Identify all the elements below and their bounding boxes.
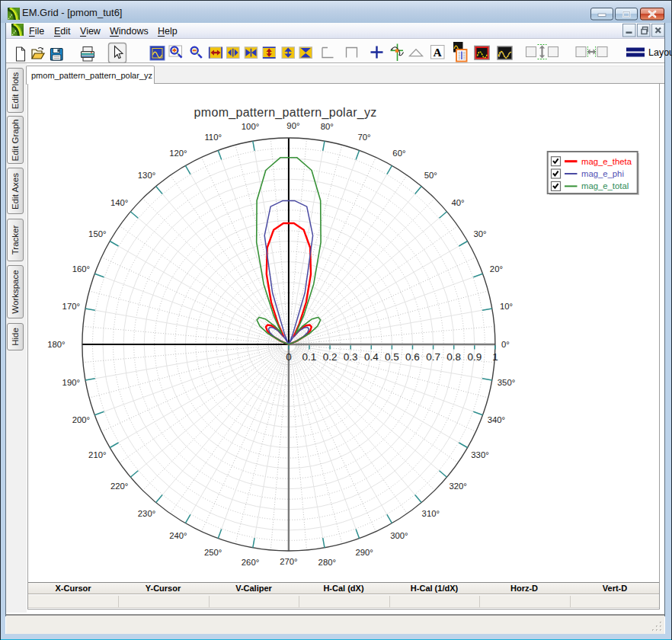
svg-text:90°: 90° [286,121,299,130]
svg-text:mag_e_theta: mag_e_theta [581,157,632,166]
svg-text:230°: 230° [138,509,155,518]
svg-text:30°: 30° [473,229,486,238]
svg-text:A: A [434,46,443,59]
svg-text:0.6: 0.6 [405,351,420,363]
svg-text:110°: 110° [204,133,222,142]
svg-text:pmom_pattern_pattern_polar_yz: pmom_pattern_pattern_polar_yz [194,106,377,120]
svg-text:310°: 310° [422,509,440,518]
svg-text:180°: 180° [47,340,65,349]
svg-text:0.5: 0.5 [385,351,399,363]
svg-text:200°: 200° [72,415,90,424]
svg-text:270°: 270° [280,557,297,566]
svg-text:1: 1 [492,351,498,363]
svg-text:0.3: 0.3 [344,351,358,363]
svg-text:Layout: Layout [648,47,672,58]
svg-text:70°: 70° [358,133,371,142]
svg-text:220°: 220° [110,482,128,491]
svg-text:350°: 350° [498,378,515,387]
svg-text:0.4: 0.4 [364,351,379,363]
svg-text:40°: 40° [452,198,465,207]
svg-text:10°: 10° [500,302,513,311]
svg-text:20°: 20° [490,264,503,274]
svg-text:240°: 240° [169,531,187,540]
svg-text:140°: 140° [110,198,128,207]
svg-text:190°: 190° [62,378,80,387]
svg-text:170°: 170° [62,302,80,311]
svg-text:280°: 280° [318,558,336,567]
svg-text:120°: 120° [169,149,187,158]
svg-text:250°: 250° [204,548,222,557]
svg-text:mag_e_total: mag_e_total [581,181,629,190]
svg-text:0.7: 0.7 [426,351,440,363]
svg-text:290°: 290° [355,548,373,557]
svg-text:mag_e_phi: mag_e_phi [581,169,624,178]
svg-text:130°: 130° [138,171,155,180]
svg-text:160°: 160° [72,264,90,274]
svg-text:100°: 100° [242,122,259,131]
svg-text:320°: 320° [449,482,466,491]
svg-text:0.2: 0.2 [323,351,338,363]
svg-text:300°: 300° [390,531,408,540]
svg-text:50°: 50° [424,171,437,180]
svg-text:0.1: 0.1 [302,351,317,363]
svg-text:340°: 340° [488,415,505,424]
svg-text:150°: 150° [88,229,106,238]
svg-text:260°: 260° [242,558,259,567]
svg-text:0: 0 [286,351,292,363]
svg-text:330°: 330° [471,450,488,459]
svg-text:80°: 80° [321,122,334,131]
svg-text:210°: 210° [88,450,106,459]
svg-text:0°: 0° [501,340,510,349]
svg-text:0.9: 0.9 [467,351,482,363]
svg-text:0.8: 0.8 [446,351,461,363]
svg-text:60°: 60° [392,149,405,158]
